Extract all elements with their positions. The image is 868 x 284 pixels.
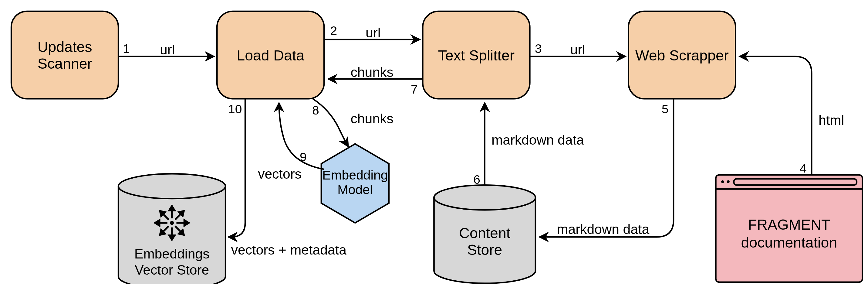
svg-text:vectors: vectors (258, 166, 302, 181)
svg-point-27 (727, 180, 730, 183)
svg-text:3: 3 (535, 41, 542, 56)
svg-text:url: url (160, 42, 175, 57)
svg-text:vectors + metadata: vectors + metadata (231, 243, 347, 257)
edge-4: 4 html (739, 56, 844, 175)
text-splitter-label: Text Splitter (438, 47, 515, 63)
edge-3: 3 url (530, 41, 626, 57)
svg-text:9: 9 (300, 150, 307, 164)
node-embedding-model: Embedding Model (321, 144, 389, 223)
svg-text:markdown data: markdown data (492, 133, 584, 147)
edge-7: 7 chunks (328, 65, 423, 96)
svg-text:4: 4 (800, 161, 807, 175)
fragment-docs-label-2: documentation (741, 234, 837, 251)
embedding-model-label-2: Model (337, 182, 373, 197)
svg-text:7: 7 (411, 82, 418, 96)
node-text-splitter: Text Splitter (423, 11, 530, 99)
node-load-data: Load Data (217, 11, 324, 99)
svg-text:chunks: chunks (351, 111, 394, 126)
embeddings-icon (155, 206, 189, 240)
edge-8: 8 chunks (312, 99, 394, 147)
embedding-model-label-1: Embedding (322, 168, 388, 182)
updates-scanner-label-1: Updates (38, 38, 92, 55)
svg-text:1: 1 (123, 41, 130, 56)
svg-text:8: 8 (312, 103, 319, 117)
content-store-label-1: Content (459, 225, 510, 241)
svg-text:2: 2 (330, 24, 337, 38)
edge-1: 1 url (118, 41, 214, 57)
node-fragment-docs: FRAGMENT documentation (716, 175, 862, 282)
fragment-docs-label-1: FRAGMENT (748, 216, 830, 233)
svg-text:chunks: chunks (351, 65, 394, 80)
svg-point-6 (118, 174, 225, 199)
svg-point-7 (170, 221, 174, 225)
edge-2: 2 url (324, 24, 420, 40)
svg-text:url: url (366, 25, 381, 40)
load-data-label: Load Data (237, 47, 304, 63)
svg-rect-0 (11, 11, 118, 99)
node-web-scrapper: Web Scrapper (628, 11, 736, 99)
vector-store-label-1: Embeddings (134, 246, 210, 261)
svg-point-26 (721, 180, 724, 183)
svg-point-5 (434, 185, 535, 210)
updates-scanner-label-2: Scanner (38, 55, 92, 72)
pipeline-diagram: Updates Scanner Load Data Text Splitter … (0, 0, 868, 284)
svg-text:6: 6 (473, 173, 480, 187)
node-content-store: Content Store (434, 185, 535, 283)
svg-text:markdown data: markdown data (557, 222, 649, 237)
edge-6: 6 markdown data (473, 103, 584, 187)
web-scrapper-label: Web Scrapper (635, 47, 729, 63)
svg-text:url: url (570, 42, 585, 57)
svg-text:10: 10 (228, 102, 242, 116)
svg-text:html: html (818, 113, 844, 127)
vector-store-label-2: Vector Store (135, 262, 209, 277)
svg-text:5: 5 (662, 102, 669, 116)
edge-5: 5 markdown data (539, 99, 674, 237)
node-updates-scanner: Updates Scanner (11, 11, 118, 99)
node-vector-store: Embeddings Vector Store (118, 174, 225, 284)
content-store-label-2: Store (467, 242, 502, 258)
